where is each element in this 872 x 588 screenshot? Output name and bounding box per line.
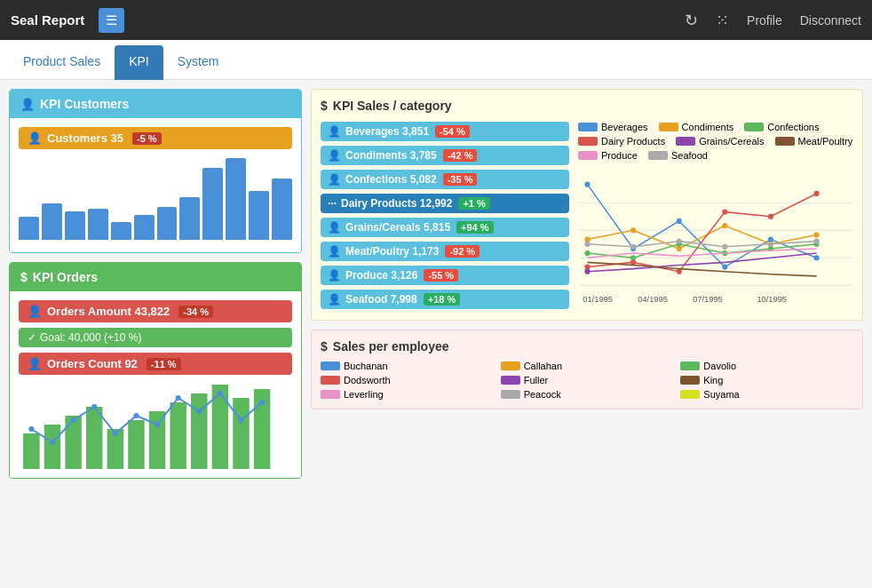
meat-icon: 👤 — [328, 245, 341, 258]
orders-amount-delta: -34 % — [178, 306, 213, 318]
cat-badge-dairy: ··· Dairy Products 12,992 +1 % — [321, 194, 569, 213]
legend-confections: Confections — [744, 122, 819, 132]
legend-label-suyama: Suyama — [703, 389, 739, 400]
legend-dot-dodsworth — [321, 376, 340, 385]
legend-dot-peacock — [501, 390, 520, 399]
svg-rect-10 — [233, 398, 249, 469]
legend-dot-meat — [775, 137, 795, 146]
svg-rect-7 — [170, 402, 186, 469]
cat-badge-seafood: 👤 Seafood 7,998 +18 % — [321, 290, 569, 309]
svg-rect-6 — [149, 411, 165, 469]
tab-product-sales[interactable]: Product Sales — [9, 45, 115, 80]
svg-text:07/1995: 07/1995 — [693, 295, 723, 304]
svg-point-48 — [677, 269, 682, 274]
cat-badge-meat: 👤 Meat/Poultry 1,173 -92 % — [321, 242, 569, 261]
legend-dot-callahan — [501, 362, 520, 370]
svg-point-18 — [155, 422, 160, 427]
svg-point-39 — [813, 232, 819, 237]
legend-dot-davolio — [680, 362, 700, 370]
bar-3 — [65, 211, 85, 240]
svg-point-15 — [91, 404, 97, 409]
menu-button[interactable]: ☰ — [99, 8, 124, 33]
cat-badge-grains: 👤 Grains/Cereals 5,815 +94 % — [321, 218, 569, 237]
goal-badge: ✓ Goal: 40,000 (+10 %) — [19, 328, 292, 347]
dairy-icon: ··· — [328, 197, 337, 210]
bar-12 — [272, 179, 292, 240]
svg-point-53 — [584, 242, 590, 247]
tab-system[interactable]: System — [163, 45, 234, 80]
kpi-employee-title: Sales per employee — [333, 339, 449, 354]
meat-delta: -92 % — [445, 245, 480, 258]
legend-seafood: Seafood — [648, 150, 708, 161]
svg-point-49 — [722, 210, 727, 215]
svg-point-50 — [768, 214, 773, 219]
svg-point-54 — [630, 244, 636, 250]
legend-produce: Produce — [578, 150, 638, 161]
sales-badges-col: 👤 Beverages 3,851 -54 % 👤 Condiments 3,7… — [321, 122, 569, 311]
legend-suyama: Suyama — [680, 389, 853, 400]
sea-delta: +18 % — [424, 293, 461, 306]
profile-link[interactable]: Profile — [747, 13, 782, 28]
legend-grains: Grains/Cereals — [676, 136, 764, 147]
svg-text:04/1995: 04/1995 — [638, 295, 668, 304]
app-title: Seal Report — [11, 12, 84, 28]
tab-kpi[interactable]: KPI — [115, 45, 163, 80]
legend-dot-dairy — [578, 137, 598, 146]
legend-label-peacock: Peacock — [524, 389, 561, 400]
kpi-orders-header: $ KPI Orders — [10, 263, 301, 291]
kpi-orders-title: KPI Orders — [33, 270, 98, 284]
bar-11 — [249, 191, 269, 240]
legend-condiments: Condiments — [659, 122, 734, 132]
bev-icon: 👤 — [328, 125, 341, 138]
legend-label-callahan: Callahan — [524, 361, 562, 371]
svg-point-17 — [133, 413, 139, 418]
legend-label-meat: Meat/Poultry — [798, 136, 853, 147]
legend-label-produce: Produce — [601, 150, 638, 161]
disconnect-link[interactable]: Disconnect — [800, 13, 861, 28]
legend-dodsworth: Dodsworth — [321, 375, 494, 385]
refresh-icon[interactable]: ↻ — [685, 11, 698, 30]
orders-chart-svg — [19, 380, 292, 469]
svg-text:01/1995: 01/1995 — [583, 295, 613, 304]
orders-count-delta: -11 % — [147, 358, 181, 370]
legend-dot-produce — [578, 151, 598, 160]
legend-dot-leverling — [321, 390, 340, 399]
legend-buchanan: Buchanan — [321, 361, 494, 371]
svg-rect-2 — [65, 416, 81, 469]
orders-amount-badge: 👤 Orders Amount 43,822 -34 % — [19, 300, 292, 322]
bar-1 — [19, 217, 39, 240]
svg-point-13 — [50, 440, 55, 445]
apps-icon[interactable]: ⁙ — [716, 11, 729, 30]
tabbar: Product Sales KPI System — [0, 40, 872, 80]
kpi-sales-card: $ KPI Sales / category 👤 Beverages 3,851… — [311, 89, 863, 321]
grains-label: Grains/Cereals 5,815 — [345, 221, 450, 234]
legend-davolio: Davolio — [680, 361, 853, 371]
bev-delta: -54 % — [435, 125, 470, 138]
legend-leverling: Leverling — [321, 389, 494, 400]
conf-label: Confections 5,082 — [345, 173, 437, 186]
dairy-label: Dairy Products 12,992 — [341, 197, 452, 210]
legend-dot-beverages — [578, 123, 598, 131]
customers-badge: 👤 Customers 35 -5 % — [19, 127, 292, 149]
sea-label: Seafood 7,998 — [345, 293, 417, 306]
kpi-customers-header: 👤 KPI Customers — [10, 90, 301, 118]
customers-badge-label: Customers 35 — [47, 131, 123, 145]
bar-9 — [202, 168, 223, 240]
topnav: Seal Report ☰ ↻ ⁙ Profile Disconnect — [0, 0, 872, 40]
kpi-employee-card: $ Sales per employee Buchanan Callahan D… — [311, 330, 863, 409]
main-content: 👤 KPI Customers 👤 Customers 35 -5 % — [0, 80, 872, 488]
topnav-right: ↻ ⁙ Profile Disconnect — [685, 11, 861, 30]
svg-point-12 — [28, 426, 34, 432]
legend-dot-confections — [744, 123, 764, 131]
legend-label-grains: Grains/Cereals — [699, 136, 764, 147]
legend-callahan: Callahan — [501, 361, 674, 371]
svg-point-22 — [238, 417, 243, 423]
svg-point-47 — [630, 259, 636, 265]
cat-badge-confections: 👤 Confections 5,082 -35 % — [321, 170, 569, 189]
legend-label-davolio: Davolio — [703, 361, 736, 371]
legend-label-king: King — [703, 375, 723, 385]
con-icon: 👤 — [328, 149, 341, 162]
bar-4 — [88, 209, 108, 240]
sales-chart-col: Beverages Condiments Confections Da — [578, 122, 853, 311]
dairy-delta: +1 % — [458, 197, 489, 210]
